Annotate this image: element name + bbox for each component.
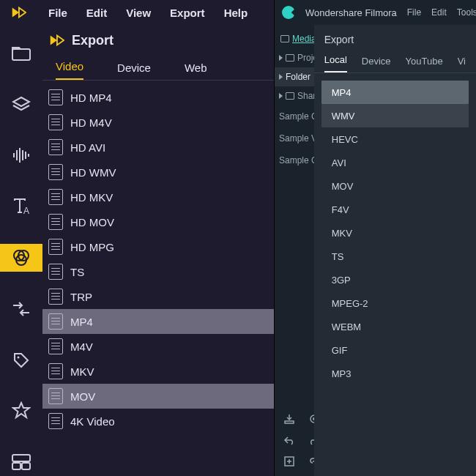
- left-format-row[interactable]: HD WMV: [42, 160, 274, 185]
- right-tab-local[interactable]: Local: [324, 54, 347, 72]
- right-tab-youtube[interactable]: YouTube: [406, 56, 443, 72]
- right-menu-file[interactable]: File: [407, 7, 421, 18]
- sidebar-media-header[interactable]: Media: [275, 31, 314, 48]
- sample-item[interactable]: Sample Colo: [275, 105, 314, 127]
- redo-icon[interactable]: [308, 435, 314, 445]
- right-format-row[interactable]: WEBM: [321, 315, 469, 338]
- rail-transitions-icon[interactable]: [0, 295, 42, 323]
- right-format-row[interactable]: MPEG-2: [321, 291, 469, 315]
- menu-view[interactable]: View: [126, 7, 151, 19]
- right-format-row[interactable]: AVI: [321, 151, 469, 174]
- svg-marker-15: [13, 403, 29, 417]
- right-tab-device[interactable]: Device: [362, 56, 391, 72]
- tree-item-label: Folder: [286, 72, 310, 82]
- left-format-label: HD AVI: [70, 141, 105, 154]
- left-format-label: TS: [70, 266, 84, 278]
- tree-item[interactable]: Proje: [275, 48, 314, 67]
- add-icon[interactable]: [283, 455, 295, 467]
- document-icon: [48, 338, 63, 354]
- record-icon[interactable]: [308, 413, 314, 425]
- tree-item[interactable]: Folder: [275, 67, 314, 86]
- rail-folder-icon[interactable]: [0, 40, 42, 67]
- left-format-list: HD MP4HD M4VHD AVIHD WMVHD MKVHD MOVHD M…: [42, 81, 274, 476]
- rail-audio-icon[interactable]: [0, 142, 42, 170]
- right-menu-tools[interactable]: Tools: [457, 7, 476, 18]
- left-tab-web[interactable]: Web: [185, 62, 207, 80]
- left-format-row[interactable]: M4V: [42, 334, 274, 359]
- right-sidebar-bottom-tools: [275, 404, 314, 467]
- svg-rect-21: [285, 421, 294, 423]
- left-format-row[interactable]: 4K Video: [42, 409, 274, 434]
- right-menu-edit[interactable]: Edit: [431, 7, 447, 18]
- sidebar-media-label: Media: [292, 34, 314, 44]
- menu-export[interactable]: Export: [170, 7, 205, 19]
- right-export-tabs: LocalDeviceYouTubeVi: [314, 53, 476, 73]
- rail-tag-icon[interactable]: [0, 346, 42, 374]
- left-format-row[interactable]: MOV: [42, 384, 274, 409]
- left-format-label: MKV: [70, 365, 94, 378]
- menu-edit[interactable]: Edit: [86, 7, 107, 19]
- chevron-right-icon: [279, 93, 283, 99]
- left-format-row[interactable]: MKV: [42, 359, 274, 384]
- left-format-row[interactable]: HD MPG: [42, 234, 274, 259]
- left-format-row[interactable]: HD M4V: [42, 110, 274, 135]
- left-format-label: HD M4V: [70, 116, 112, 129]
- right-format-row[interactable]: TS: [321, 245, 469, 268]
- document-icon: [48, 89, 63, 105]
- document-icon: [48, 388, 63, 404]
- left-format-row[interactable]: HD AVI: [42, 135, 274, 160]
- rail-layers-icon[interactable]: [0, 91, 42, 119]
- left-format-row[interactable]: HD MOV: [42, 209, 274, 234]
- menu-help[interactable]: Help: [224, 7, 248, 19]
- folder-icon: [286, 92, 294, 100]
- undo-icon[interactable]: [283, 435, 295, 445]
- right-format-row[interactable]: 3GP: [321, 268, 469, 291]
- left-format-label: HD MP4: [70, 92, 112, 104]
- sample-item[interactable]: Sample Gre: [275, 149, 314, 171]
- svg-marker-1: [19, 8, 26, 18]
- right-format-row[interactable]: WMV: [321, 104, 469, 127]
- tree-item[interactable]: Share: [275, 86, 314, 105]
- right-format-row[interactable]: F4V: [321, 198, 469, 221]
- left-app-logo-icon: [10, 4, 26, 21]
- right-format-row[interactable]: MKV: [321, 221, 469, 245]
- right-format-row[interactable]: MP3: [321, 362, 469, 385]
- left-export-panel: Export VideoDeviceWeb HD MP4HD M4VHD AVI…: [42, 25, 274, 476]
- rail-text-icon[interactable]: A: [0, 193, 42, 220]
- left-format-row[interactable]: MP4: [42, 309, 274, 334]
- left-tab-video[interactable]: Video: [56, 60, 83, 80]
- document-icon: [48, 239, 63, 255]
- svg-marker-3: [13, 97, 29, 106]
- left-format-label: TRP: [70, 291, 92, 303]
- menu-file[interactable]: File: [48, 7, 67, 19]
- svg-marker-20: [57, 36, 64, 45]
- left-format-row[interactable]: HD MP4: [42, 85, 274, 110]
- right-format-row[interactable]: MOV: [321, 174, 469, 198]
- left-tab-device[interactable]: Device: [117, 62, 151, 80]
- right-export-title: Export: [314, 25, 476, 53]
- right-sidebar: Media ProjeFolderShare Sample ColoSample…: [275, 25, 314, 476]
- link-icon[interactable]: [308, 455, 314, 467]
- import-icon[interactable]: [283, 413, 295, 425]
- rail-star-icon[interactable]: [0, 397, 42, 425]
- rail-grid-icon[interactable]: [0, 448, 42, 476]
- export-title-icon: [48, 32, 64, 48]
- left-format-label: HD WMV: [70, 166, 116, 179]
- document-icon: [48, 313, 63, 330]
- right-format-row[interactable]: MP4: [321, 81, 469, 104]
- right-format-row[interactable]: GIF: [321, 338, 469, 362]
- sample-item[interactable]: Sample Vide: [275, 127, 314, 149]
- svg-rect-18: [22, 463, 30, 469]
- svg-rect-17: [12, 463, 21, 469]
- left-export-tabs: VideoDeviceWeb: [42, 56, 274, 81]
- left-format-row[interactable]: TS: [42, 259, 274, 284]
- right-tab-vi[interactable]: Vi: [458, 56, 466, 72]
- rail-filters-icon[interactable]: [0, 244, 42, 272]
- svg-rect-16: [12, 455, 30, 461]
- left-format-row[interactable]: HD MKV: [42, 185, 274, 209]
- right-format-row[interactable]: HEVC: [321, 127, 469, 151]
- left-menubar: File Edit View Export Help: [0, 0, 274, 25]
- left-format-label: M4V: [70, 341, 93, 353]
- chevron-right-icon: [279, 55, 283, 61]
- left-format-row[interactable]: TRP: [42, 284, 274, 309]
